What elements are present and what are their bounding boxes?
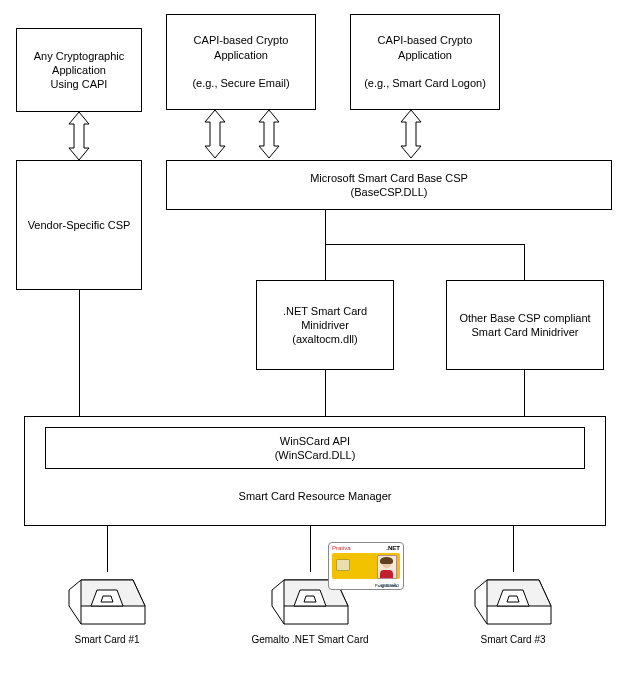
box-resource-manager-container: WinSCard API(WinSCard.DLL) Smart Card Re… xyxy=(24,416,606,526)
svg-marker-13 xyxy=(507,596,519,602)
label-winscard-api: WinSCard API(WinSCard.DLL) xyxy=(275,434,356,463)
idcard-brand: Prativa xyxy=(332,545,351,551)
box-base-csp: Microsoft Smart Card Base CSP(BaseCSP.DL… xyxy=(166,160,612,210)
idcard-vendor: gemalto xyxy=(381,582,399,588)
connector-line xyxy=(325,210,326,244)
idcard-tech: .NET xyxy=(386,545,400,551)
double-arrow-icon xyxy=(396,110,426,158)
double-arrow-icon xyxy=(200,110,230,158)
label-net-minidriver: .NET Smart CardMinidriver(axaltocm.dll) xyxy=(283,304,367,347)
double-arrow-icon xyxy=(254,110,284,158)
box-vendor-csp: Vendor-Specific CSP xyxy=(16,160,142,290)
connector-line xyxy=(310,526,311,572)
double-arrow-icon xyxy=(64,112,94,160)
connector-line xyxy=(325,244,326,280)
caption-reader1: Smart Card #1 xyxy=(57,634,157,645)
box-winscard-api: WinSCard API(WinSCard.DLL) xyxy=(45,427,585,469)
label-other-minidriver: Other Base CSP compliantSmart Card Minid… xyxy=(459,311,590,340)
connector-line xyxy=(107,526,108,572)
card-reader-icon xyxy=(67,572,147,632)
box-other-minidriver: Other Base CSP compliantSmart Card Minid… xyxy=(446,280,604,370)
connector-line xyxy=(513,526,514,572)
svg-marker-3 xyxy=(101,596,113,602)
connector-line xyxy=(79,290,80,416)
connector-line xyxy=(524,370,525,416)
connector-line xyxy=(325,370,326,416)
caption-reader2: Gemalto .NET Smart Card xyxy=(245,634,375,645)
box-capi-email: CAPI-based CryptoApplication(e.g., Secur… xyxy=(166,14,316,110)
connector-line xyxy=(325,244,525,245)
label-capi-email: CAPI-based CryptoApplication(e.g., Secur… xyxy=(192,33,289,90)
label-resource-manager: Smart Card Resource Manager xyxy=(25,489,605,503)
label-base-csp: Microsoft Smart Card Base CSP(BaseCSP.DL… xyxy=(310,171,468,200)
label-vendor-csp: Vendor-Specific CSP xyxy=(28,218,131,232)
smart-card-icon: Prativa .NET Patty James gemalto xyxy=(328,542,404,590)
box-net-minidriver: .NET Smart CardMinidriver(axaltocm.dll) xyxy=(256,280,394,370)
caption-reader3: Smart Card #3 xyxy=(463,634,563,645)
box-capi-logon: CAPI-based CryptoApplication(e.g., Smart… xyxy=(350,14,500,110)
label-capi-app: Any CryptographicApplicationUsing CAPI xyxy=(34,49,125,92)
connector-line xyxy=(524,244,525,280)
card-reader-icon xyxy=(473,572,553,632)
label-capi-logon: CAPI-based CryptoApplication(e.g., Smart… xyxy=(364,33,486,90)
box-capi-app: Any CryptographicApplicationUsing CAPI xyxy=(16,28,142,112)
svg-marker-8 xyxy=(304,596,316,602)
